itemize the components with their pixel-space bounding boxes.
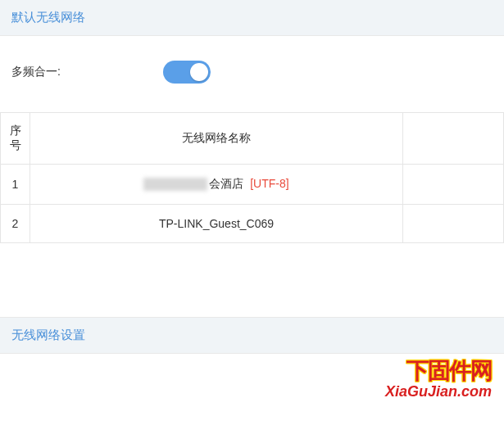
spacer [0, 243, 504, 317]
cell-index: 2 [1, 205, 30, 243]
redacted-text [143, 178, 207, 191]
toggle-knob [190, 63, 208, 81]
cell-action [403, 165, 504, 205]
encoding-tag: [UTF-8] [250, 177, 288, 190]
multiband-toggle[interactable] [163, 61, 211, 84]
col-header-name: 无线网络名称 [30, 113, 403, 165]
watermark-chinese: 下固件网 [385, 355, 492, 387]
cell-index: 1 [1, 165, 30, 205]
col-header-index: 序号 [1, 113, 30, 165]
section-title: 无线网络设置 [11, 328, 85, 341]
multiband-label: 多频合一: [11, 65, 163, 79]
network-name-suffix: 会酒店 [209, 177, 243, 190]
table-row: 2 TP-LINK_Guest_C069 [1, 205, 504, 243]
section-title: 默认无线网络 [11, 10, 85, 24]
cell-name: TP-LINK_Guest_C069 [30, 205, 403, 243]
section-header-default-network: 默认无线网络 [0, 0, 504, 36]
watermark: 下固件网 XiaGuJian.com [385, 355, 492, 400]
cell-name: 会酒店 [UTF-8] [30, 165, 403, 205]
col-header-action [403, 113, 504, 165]
section-header-wireless-settings: 无线网络设置 [0, 317, 504, 354]
watermark-domain: XiaGuJian.com [385, 383, 492, 400]
table-row: 1 会酒店 [UTF-8] [1, 165, 504, 205]
network-table: 序号 无线网络名称 1 会酒店 [UTF-8] 2 TP-LINK_Guest_… [0, 112, 504, 243]
cell-action [403, 205, 504, 243]
multiband-row: 多频合一: [0, 36, 504, 112]
